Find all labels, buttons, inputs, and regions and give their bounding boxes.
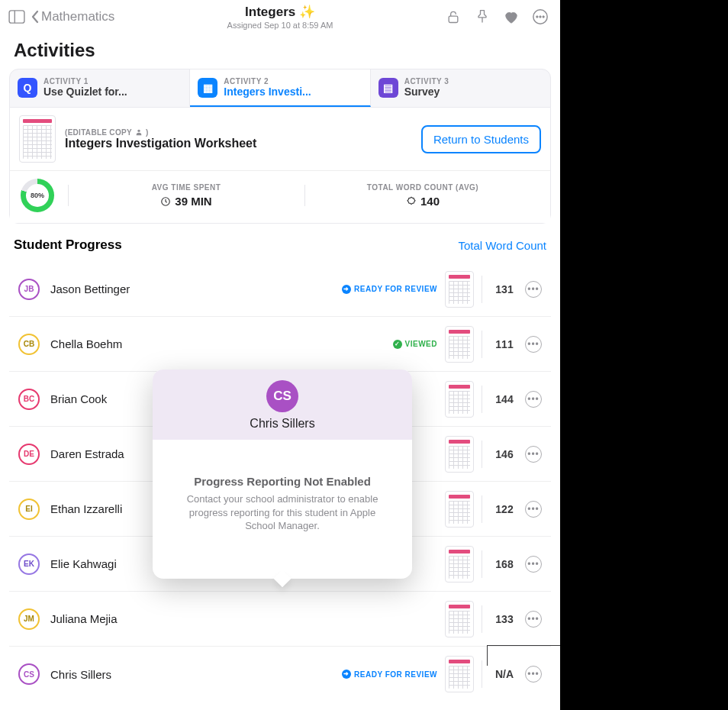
editable-copy-label: (EDITABLE COPY ): [65, 128, 412, 137]
svg-point-4: [536, 16, 538, 18]
svg-rect-2: [449, 16, 458, 22]
word-count: 144: [490, 393, 519, 405]
submission-thumbnail[interactable]: [445, 656, 474, 692]
activity-title: Use Quizlet for...: [43, 86, 127, 98]
svg-point-6: [543, 16, 544, 18]
word-count: 122: [490, 503, 519, 515]
divider: [482, 276, 482, 303]
submission-thumbnail[interactable]: [445, 491, 474, 528]
divider: [482, 495, 482, 523]
divider: [482, 605, 482, 633]
submission-thumbnail[interactable]: [445, 546, 474, 583]
callout-line: [487, 645, 560, 646]
divider: [482, 331, 482, 358]
row-more-button[interactable]: •••: [525, 666, 542, 683]
row-more-button[interactable]: •••: [525, 556, 542, 573]
student-avatar: CS: [18, 663, 40, 685]
total-word-count-link[interactable]: Total Word Count: [458, 239, 546, 252]
divider: [482, 550, 482, 578]
student-avatar: EI: [18, 499, 40, 520]
student-name: Chris Sillers: [50, 668, 342, 681]
back-button[interactable]: Mathematics: [31, 9, 114, 24]
wordcount-value: 140: [311, 195, 535, 208]
student-name: Juliana Mejia: [50, 612, 445, 625]
lock-icon[interactable]: [443, 6, 464, 27]
avg-time-label: AVG TIME SPENT: [74, 183, 298, 192]
submission-thumbnail[interactable]: [445, 436, 474, 473]
student-row[interactable]: CB Chella Boehm ✓VIEWED 111 •••: [9, 317, 551, 372]
submission-thumbnail[interactable]: [445, 381, 474, 418]
activity-icon: ▦: [198, 78, 217, 98]
row-more-button[interactable]: •••: [525, 336, 542, 353]
activity-tab-1[interactable]: Q ACTIVITY 1 Use Quizlet for...: [10, 69, 190, 107]
activity-tab-2[interactable]: ▦ ACTIVITY 2 Integers Investi...: [190, 69, 370, 107]
wordcount-label: TOTAL WORD COUNT (AVG): [311, 183, 535, 192]
word-count: 133: [490, 613, 519, 625]
progress-donut: 80%: [21, 179, 54, 212]
activity-icon: Q: [18, 78, 37, 98]
student-avatar: DE: [18, 444, 40, 465]
page-title-area: Integers ✨ Assigned Sep 10 at 8:59 AM: [227, 4, 333, 30]
worksheet-title: Integers Investigation Worksheet: [65, 137, 412, 150]
submission-thumbnail[interactable]: [445, 601, 474, 637]
student-avatar: JM: [18, 608, 40, 630]
word-count: N/A: [490, 668, 519, 680]
row-more-button[interactable]: •••: [525, 501, 542, 518]
back-label: Mathematics: [41, 9, 114, 24]
avg-time-value: 39 MIN: [74, 195, 298, 208]
badge-icon: [406, 196, 417, 207]
svg-point-5: [540, 16, 541, 18]
student-avatar: CB: [18, 334, 40, 355]
assignment-subtitle: Assigned Sep 10 at 8:59 AM: [227, 21, 333, 30]
activity-number: ACTIVITY 2: [224, 77, 311, 86]
worksheet-thumbnail[interactable]: [19, 115, 56, 163]
status-viewed: ✓VIEWED: [393, 340, 437, 349]
popover-avatar: CS: [266, 380, 298, 412]
return-to-students-button[interactable]: Return to Students: [421, 125, 541, 153]
row-more-button[interactable]: •••: [525, 611, 542, 628]
activity-tab-3[interactable]: ▤ ACTIVITY 3 Survey: [371, 69, 550, 107]
assignment-title: Integers ✨: [227, 4, 333, 20]
activity-title: Integers Investi...: [224, 86, 311, 98]
favorite-icon[interactable]: [501, 6, 522, 27]
row-more-button[interactable]: •••: [525, 281, 542, 298]
submission-thumbnail[interactable]: [445, 326, 474, 363]
student-popover: CS Chris Sillers Progress Reporting Not …: [153, 370, 412, 579]
status-ready-for-review: ➜READY FOR REVIEW: [342, 285, 437, 294]
activity-number: ACTIVITY 3: [404, 77, 449, 86]
status-ready-for-review: ➜READY FOR REVIEW: [342, 670, 437, 679]
student-row[interactable]: JB Jason Bettinger ➜READY FOR REVIEW 131…: [9, 262, 551, 317]
activity-icon: ▤: [378, 78, 398, 98]
popover-name: Chris Sillers: [162, 417, 403, 431]
student-avatar: JB: [18, 279, 40, 300]
student-row[interactable]: CS Chris Sillers ➜READY FOR REVIEW N/A •…: [9, 647, 551, 702]
student-name: Chella Boehm: [50, 337, 393, 350]
student-row[interactable]: JM Juliana Mejia 133 •••: [9, 592, 551, 647]
divider: [482, 660, 482, 688]
pin-icon[interactable]: [472, 6, 493, 27]
chevron-left-icon: [31, 10, 40, 24]
word-count: 131: [490, 283, 519, 295]
sidebar-toggle-icon[interactable]: [6, 6, 27, 27]
student-avatar: EK: [18, 553, 40, 575]
student-name: Jason Bettinger: [50, 282, 342, 295]
svg-point-7: [137, 130, 140, 132]
row-more-button[interactable]: •••: [525, 391, 542, 408]
student-progress-heading: Student Progress: [14, 237, 122, 253]
clock-icon: [160, 196, 171, 207]
activity-number: ACTIVITY 1: [43, 77, 127, 86]
activities-heading: Activities: [0, 34, 560, 64]
popover-title: Progress Reporting Not Enabled: [174, 475, 391, 488]
more-icon[interactable]: [530, 6, 551, 27]
row-more-button[interactable]: •••: [525, 446, 542, 463]
divider: [482, 386, 482, 413]
progress-percent: 80%: [26, 184, 49, 207]
activities-panel: Q ACTIVITY 1 Use Quizlet for... ▦ ACTIVI…: [9, 69, 551, 224]
word-count: 146: [490, 448, 519, 460]
divider: [482, 441, 482, 468]
popover-text: Contact your school administrator to ena…: [174, 492, 391, 533]
svg-rect-0: [9, 11, 24, 23]
submission-thumbnail[interactable]: [445, 271, 474, 308]
word-count: 111: [490, 338, 519, 350]
student-avatar: BC: [18, 389, 40, 410]
